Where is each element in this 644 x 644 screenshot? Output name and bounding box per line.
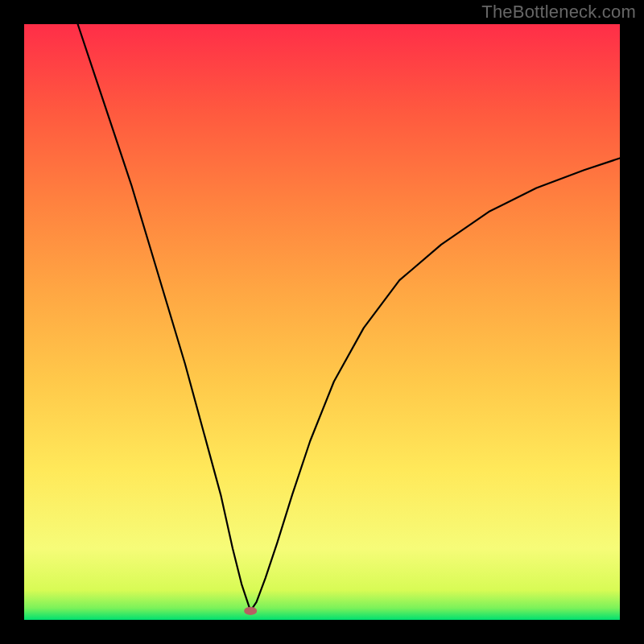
- plot-svg: [24, 24, 620, 620]
- curve-left-branch: [78, 24, 251, 611]
- chart-frame: TheBottleneck.com: [0, 0, 644, 644]
- plot-area: [24, 24, 620, 620]
- watermark-text: TheBottleneck.com: [481, 2, 636, 23]
- curve-right-branch: [250, 159, 620, 611]
- minimum-marker: [244, 607, 257, 615]
